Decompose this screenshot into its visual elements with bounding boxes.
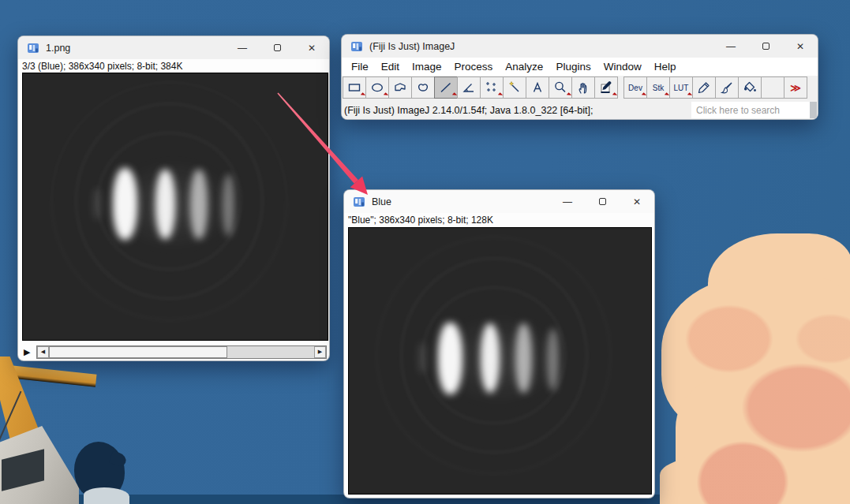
polygon-tool-button[interactable] (388, 77, 412, 99)
maximize-button[interactable] (748, 35, 783, 58)
oval-tool-button[interactable] (365, 77, 389, 99)
maximize-button[interactable] (260, 36, 294, 59)
status-bar: (Fiji Is Just) ImageJ 2.14.0/1.54f; Java… (342, 99, 818, 120)
lut-tool-button[interactable]: LUT (669, 77, 693, 99)
image-status-text: 3/3 (Blue); 386x340 pixels; 8-bit; 384K (18, 59, 329, 73)
line-tool-button[interactable] (434, 77, 458, 99)
pencil-tool-button[interactable] (692, 77, 716, 99)
wand-icon (507, 80, 522, 95)
maximize-button[interactable] (585, 190, 620, 213)
rectangle-icon (346, 80, 362, 95)
close-icon: ✕ (633, 196, 641, 207)
window-title: (Fiji Is Just) ImageJ (369, 41, 455, 52)
imagej-icon (350, 40, 363, 53)
window-title: 1.png (46, 43, 70, 54)
menu-analyze[interactable]: Analyze (499, 61, 549, 73)
menu-process[interactable]: Process (448, 61, 500, 73)
scroll-right-button[interactable]: ▶ (314, 346, 326, 358)
search-input[interactable] (691, 102, 810, 118)
text-tool-button[interactable] (526, 77, 549, 99)
image-canvas[interactable] (22, 73, 328, 341)
play-button[interactable]: ▶ (24, 348, 35, 357)
channel-scrollbar[interactable]: ◀ ▶ (36, 345, 327, 359)
polygon-icon (392, 80, 408, 95)
more-tools-button[interactable]: ≫ (784, 77, 807, 99)
zoom-tool-button[interactable] (549, 77, 572, 99)
text-icon (530, 80, 545, 95)
scrollbar-thumb[interactable] (49, 346, 227, 358)
maximize-icon (762, 43, 769, 50)
fill-tool-button[interactable] (738, 77, 762, 99)
titlebar[interactable]: 1.png — ✕ (18, 36, 329, 59)
menu-image[interactable]: Image (406, 61, 448, 73)
pencil-icon (696, 80, 712, 95)
image-canvas[interactable] (348, 227, 652, 495)
titlebar[interactable]: (Fiji Is Just) ImageJ — ✕ (342, 35, 818, 58)
magnifier-icon (552, 80, 568, 95)
maximize-icon (274, 44, 281, 51)
image-status-text: "Blue"; 386x340 pixels; 8-bit; 128K (344, 213, 654, 227)
version-status-text: (Fiji Is Just) ImageJ 2.14.0/1.54f; Java… (342, 105, 593, 116)
imagej-icon (27, 42, 39, 54)
oval-icon (369, 80, 385, 95)
dropper-icon (598, 80, 614, 95)
hand-icon (575, 80, 591, 95)
window-1png: 1.png — ✕ 3/3 (Blue); 386x340 pixels; 8-… (17, 35, 330, 361)
dropper-tool-button[interactable] (594, 77, 618, 99)
point-icon (484, 80, 500, 95)
desktop: 1.png — ✕ 3/3 (Blue); 386x340 pixels; 8-… (0, 0, 850, 504)
menu-help[interactable]: Help (648, 61, 683, 73)
close-button[interactable]: ✕ (620, 190, 654, 213)
bucket-icon (742, 80, 758, 95)
window-blue: Blue — ✕ "Blue"; 386x340 pixels; 8-bit; … (343, 189, 655, 498)
spare-tool-button[interactable] (761, 77, 784, 99)
close-icon: ✕ (796, 41, 804, 52)
wallpaper-cloud (660, 451, 850, 504)
tool-bar: Dev Stk LUT ≫ (342, 76, 818, 99)
minimize-button[interactable]: — (225, 36, 260, 59)
menu-file[interactable]: File (345, 61, 375, 73)
stack-tool-button[interactable]: Stk (646, 77, 670, 99)
scroll-left-button[interactable]: ◀ (37, 346, 49, 358)
minimize-button[interactable]: — (550, 190, 585, 213)
status-resize-grip[interactable] (810, 102, 817, 118)
maximize-icon (599, 198, 606, 205)
wallpaper-character-shirt (84, 487, 129, 504)
freehand-tool-button[interactable] (411, 77, 435, 99)
line-icon (438, 80, 454, 95)
rectangle-tool-button[interactable] (343, 77, 366, 99)
menu-edit[interactable]: Edit (375, 61, 406, 73)
imagej-icon (353, 196, 365, 208)
close-button[interactable]: ✕ (294, 36, 329, 59)
wand-tool-button[interactable] (503, 77, 526, 99)
minimize-button[interactable]: — (713, 35, 748, 58)
freehand-icon (415, 80, 431, 95)
point-tool-button[interactable] (480, 77, 504, 99)
angle-icon (461, 80, 477, 95)
window-title: Blue (372, 196, 391, 207)
window-imagej-main: (Fiji Is Just) ImageJ — ✕ File Edit Imag… (341, 34, 818, 120)
brush-icon (719, 80, 735, 95)
close-icon: ✕ (308, 43, 316, 54)
close-button[interactable]: ✕ (783, 35, 818, 58)
menu-window[interactable]: Window (597, 61, 648, 73)
hand-tool-button[interactable] (571, 77, 595, 99)
titlebar[interactable]: Blue — ✕ (344, 190, 654, 213)
dev-tool-button[interactable]: Dev (623, 77, 647, 99)
channel-slider-row: ▶ ◀ ▶ (18, 344, 330, 360)
menu-plugins[interactable]: Plugins (549, 61, 597, 73)
brush-tool-button[interactable] (715, 77, 739, 99)
angle-tool-button[interactable] (457, 77, 481, 99)
menu-bar: File Edit Image Process Analyze Plugins … (342, 58, 818, 76)
